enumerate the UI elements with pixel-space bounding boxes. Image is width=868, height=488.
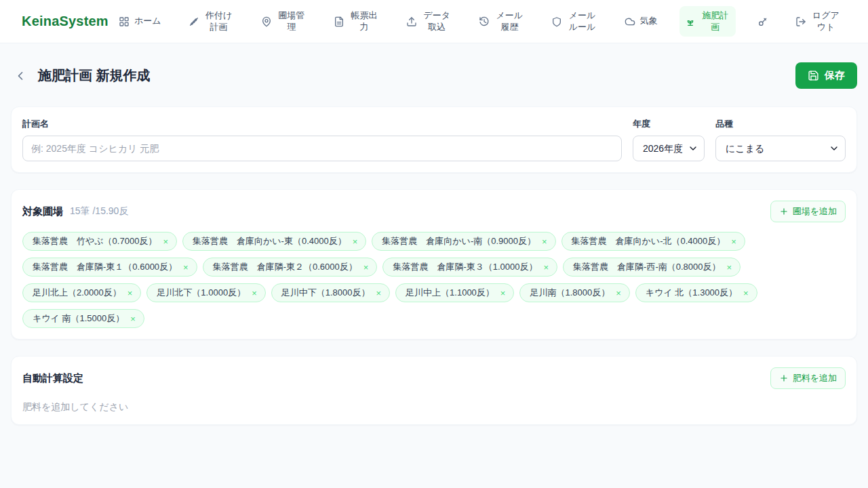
field-chip: 足川北下（1.0000反）× [146,283,265,302]
target-fields-title: 対象圃場 [22,205,63,218]
plan-name-group: 計画名 [22,118,622,161]
nav-item-home[interactable]: ホーム [113,12,167,30]
field-chip-label: キウイ 北（1.3000反） [646,287,737,299]
field-chip: 足川中上（1.1000反）× [395,283,514,302]
nav-item-fertilization-plan[interactable]: 施肥計画 [679,6,736,37]
field-chip: キウイ 南（1.5000反）× [22,309,144,328]
year-label: 年度 [633,118,705,130]
remove-chip-button[interactable]: × [252,289,257,298]
top-navigation-bar: KeinaSystem ホーム作付け計画圃場管理帳票出力データ取込メール履歴メー… [0,0,868,43]
sprout-icon [685,16,696,27]
field-chip-label: 集落営農 倉庫隣-東３（1.0000反） [393,261,537,273]
nav-item-report-output[interactable]: 帳票出力 [328,6,384,37]
upload-icon [406,16,417,27]
plus-icon [779,207,789,216]
field-chip: 足川南（1.8000反）× [519,283,629,302]
wheat-icon [189,16,199,27]
field-chip-label: 集落営農 倉庫隣-東２（0.6000反） [213,261,357,273]
back-button[interactable] [14,69,27,83]
remove-chip-button[interactable]: × [127,289,133,298]
app-logo: KeinaSystem [22,14,108,29]
page-title: 施肥計画 新規作成 [38,66,151,85]
field-chip-label: 足川北上（2.0000反） [33,287,121,299]
nav-item-label: 作付け計画 [204,10,234,33]
field-chip: 足川北上（2.0000反）× [22,283,141,302]
cloud-icon [625,16,635,27]
remove-chip-button[interactable]: × [726,263,732,272]
nav-item-label: 圃場管理 [277,10,307,33]
field-chip: 集落営農 倉庫隣-東１（0.6000反）× [22,258,197,277]
remove-chip-button[interactable]: × [543,263,549,272]
page-header: 施肥計画 新規作成 保存 [11,62,857,89]
remove-chip-button[interactable]: × [163,237,168,246]
field-chip: 集落営農 倉庫向かい-東（0.4000反）× [182,232,366,251]
save-button[interactable]: 保存 [795,62,857,89]
remove-chip-button[interactable]: × [363,263,369,272]
add-fertilizer-button-label: 肥料を追加 [793,372,837,384]
nav-item-mail-history[interactable]: メール履歴 [473,6,530,37]
nav-item-planting-plan[interactable]: 作付け計画 [183,6,239,37]
remove-chip-button[interactable]: × [353,237,358,246]
field-chip: 集落営農 倉庫隣-西-南（0.8000反）× [563,258,741,277]
variety-select[interactable]: にこまる [715,136,846,161]
main-nav: ホーム作付け計画圃場管理帳票出力データ取込メール履歴メールルール気象施肥計画ログ… [113,6,846,37]
field-chip-label: 集落営農 倉庫向かい-南（0.9000反） [382,235,536,247]
nav-item-mail-rules[interactable]: メールルール [546,6,602,37]
field-chip: キウイ 北（1.3000反）× [635,283,757,302]
nav-item-label: メール履歴 [494,10,524,33]
variety-label: 品種 [715,118,846,130]
variety-group: 品種 にこまる [715,118,846,161]
plus-icon [779,373,789,383]
remove-chip-button[interactable]: × [743,289,749,298]
logout-icon [795,16,806,27]
remove-chip-button[interactable]: × [183,263,189,272]
grid-icon [119,16,130,27]
nav-item-label: メールルール [567,10,597,33]
field-chip-label: 集落営農 倉庫隣-西-南（0.8000反） [573,261,720,273]
remove-chip-button[interactable]: × [500,289,506,298]
remove-chip-button[interactable]: × [130,314,136,323]
field-chip: 足川中下（1.8000反）× [271,283,390,302]
history-icon [479,16,490,27]
field-chip-label: 足川中下（1.8000反） [281,287,370,299]
plan-name-label: 計画名 [22,118,622,130]
field-chip-label: 足川中上（1.1000反） [406,287,494,299]
auto-calc-title: 自動計算設定 [22,372,83,385]
field-chip: 集落営農 倉庫向かい-北（0.4000反）× [561,232,745,251]
field-chip-label: 足川北下（1.0000反） [157,287,245,299]
field-chips: 集落営農 竹やぶ（0.7000反）×集落営農 倉庫向かい-東（0.4000反）×… [22,232,846,328]
nav-item-logout[interactable]: ログアウト [790,6,846,37]
nav-item-label: ログアウト [811,10,841,33]
main-content: 施肥計画 新規作成 保存 計画名 年度 2026年度 品種 [0,62,868,425]
nav-item-label: ホーム [134,16,161,26]
auto-calc-card: 自動計算設定 肥料を追加 肥料を追加してください [11,356,857,425]
remove-chip-button[interactable]: × [376,289,381,298]
nav-item-field-management[interactable]: 圃場管理 [256,6,312,37]
nav-item-label: データ取込 [422,10,452,33]
target-fields-card: 対象圃場 15筆 /15.90反 圃場を追加 集落営農 竹やぶ（0.7000反）… [11,189,857,340]
field-chip-label: 足川南（1.8000反） [530,287,610,299]
remove-chip-button[interactable]: × [731,237,736,246]
nav-item-label: 帳票出力 [349,10,379,33]
save-button-label: 保存 [825,69,845,82]
remove-chip-button[interactable]: × [542,237,547,246]
shield-icon [551,16,562,27]
chevron-left-icon [14,69,27,83]
nav-item-data-import[interactable]: データ取込 [401,6,457,37]
field-chip-label: 集落営農 倉庫向かい-東（0.4000反） [193,235,347,247]
field-chip: 集落営農 倉庫向かい-南（0.9000反）× [372,232,555,251]
add-field-button-label: 圃場を追加 [793,205,837,218]
field-chip-label: キウイ 南（1.5000反） [33,312,124,325]
field-chip: 集落営農 倉庫隣-東３（1.0000反）× [382,258,557,277]
document-icon [334,16,344,27]
target-fields-summary: 15筆 /15.90反 [70,205,128,218]
plan-name-input[interactable] [22,136,622,161]
field-chip: 集落営農 倉庫隣-東２（0.6000反）× [203,258,378,277]
year-select[interactable]: 2026年度 [633,136,705,161]
nav-item-password-key[interactable] [752,12,774,31]
remove-chip-button[interactable]: × [616,289,621,298]
nav-item-weather[interactable]: 気象 [619,12,663,30]
add-field-button[interactable]: 圃場を追加 [770,201,846,222]
add-fertilizer-button[interactable]: 肥料を追加 [770,367,846,389]
key-icon [757,16,768,27]
